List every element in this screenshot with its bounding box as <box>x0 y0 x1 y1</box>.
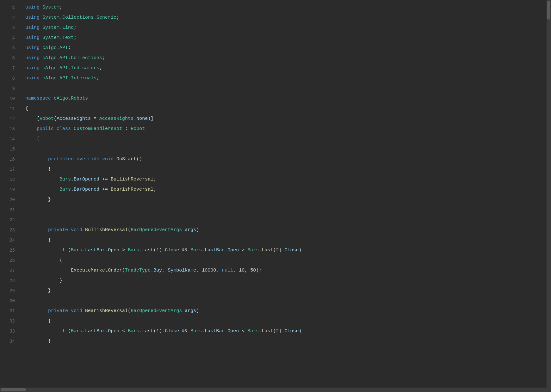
corner-box <box>547 388 551 392</box>
code-line-18: Bars.BarOpened += BullishReversal; <box>19 175 547 185</box>
code-line-16: protected override void OnStart() <box>19 154 547 164</box>
line-number-10: 10 <box>0 94 19 104</box>
code-line-26: { <box>19 255 547 266</box>
code-line-27: ExecuteMarketOrder(TradeType.Buy, Symbol… <box>19 266 547 276</box>
line-number-4: 4 <box>0 33 19 43</box>
horizontal-scrollbar-thumb[interactable] <box>1 388 26 391</box>
code-line-7: using cAlgo.API.Indicators; <box>19 63 547 73</box>
line-number-16: 16 <box>0 154 19 164</box>
line-number-15: 15 <box>0 144 19 154</box>
code-line-5: using cAlgo.API; <box>19 43 547 53</box>
line-number-31: 31 <box>0 306 19 316</box>
line-numbers: 1234567891011121314151617181920212223242… <box>0 0 19 388</box>
line-number-23: 23 <box>0 225 19 235</box>
line-number-13: 13 <box>0 124 19 134</box>
code-line-4: using System.Text; <box>19 33 547 43</box>
line-number-17: 17 <box>0 164 19 175</box>
line-number-2: 2 <box>0 13 19 23</box>
code-line-14: { <box>19 134 547 144</box>
line-number-25: 25 <box>0 245 19 255</box>
line-number-14: 14 <box>0 134 19 144</box>
line-number-24: 24 <box>0 235 19 245</box>
line-number-7: 7 <box>0 63 19 73</box>
code-line-9 <box>19 83 547 94</box>
line-number-30: 30 <box>0 296 19 306</box>
line-number-1: 1 <box>0 3 19 13</box>
code-line-30 <box>19 296 547 306</box>
code-line-6: using cAlgo.API.Collections; <box>19 53 547 63</box>
code-area: 1234567891011121314151617181920212223242… <box>0 0 551 388</box>
code-line-33: if (Bars.LastBar.Open < Bars.Last(1).Clo… <box>19 326 547 336</box>
line-number-19: 19 <box>0 185 19 195</box>
code-line-31: private void BearishReversal(BarOpenedEv… <box>19 306 547 316</box>
vertical-scrollbar-thumb[interactable] <box>547 1 550 20</box>
code-line-28: } <box>19 276 547 286</box>
line-number-34: 34 <box>0 336 19 346</box>
code-line-32: { <box>19 316 547 326</box>
code-line-25: if (Bars.LastBar.Open > Bars.Last(1).Clo… <box>19 245 547 255</box>
bottom-bar <box>0 388 551 392</box>
line-number-5: 5 <box>0 43 19 53</box>
line-number-29: 29 <box>0 286 19 296</box>
code-line-22 <box>19 215 547 225</box>
line-number-8: 8 <box>0 73 19 83</box>
code-line-12: [Robot(AccessRights = AccessRights.None)… <box>19 114 547 124</box>
line-number-26: 26 <box>0 255 19 266</box>
line-number-18: 18 <box>0 175 19 185</box>
line-number-20: 20 <box>0 195 19 205</box>
vertical-scrollbar[interactable] <box>547 0 551 388</box>
code-line-23: private void BullishReversal(BarOpenedEv… <box>19 225 547 235</box>
line-number-6: 6 <box>0 53 19 63</box>
line-number-28: 28 <box>0 276 19 286</box>
code-line-17: { <box>19 164 547 175</box>
line-number-12: 12 <box>0 114 19 124</box>
code-line-19: Bars.BarOpened += BearishReversal; <box>19 185 547 195</box>
code-line-1: using System; <box>19 3 547 13</box>
code-line-3: using System.Linq; <box>19 23 547 33</box>
line-number-9: 9 <box>0 83 19 94</box>
code-line-21 <box>19 205 547 215</box>
line-number-21: 21 <box>0 205 19 215</box>
code-line-20: } <box>19 195 547 205</box>
code-line-8: using cAlgo.API.Internals; <box>19 73 547 83</box>
code-line-10: namespace cAlgo.Robots <box>19 94 547 104</box>
code-line-2: using System.Collections.Generic; <box>19 13 547 23</box>
code-line-13: public class CustomHandlersBot : Robot <box>19 124 547 134</box>
code-line-29: } <box>19 286 547 296</box>
editor-container: 1234567891011121314151617181920212223242… <box>0 0 551 392</box>
code-line-11: { <box>19 104 547 114</box>
line-number-22: 22 <box>0 215 19 225</box>
code-line-15 <box>19 144 547 154</box>
code-content[interactable]: using System;using System.Collections.Ge… <box>19 0 547 388</box>
code-line-34: { <box>19 336 547 346</box>
line-number-32: 32 <box>0 316 19 326</box>
code-line-24: { <box>19 235 547 245</box>
line-number-11: 11 <box>0 104 19 114</box>
line-number-27: 27 <box>0 266 19 276</box>
line-number-3: 3 <box>0 23 19 33</box>
line-number-33: 33 <box>0 326 19 336</box>
horizontal-scrollbar[interactable] <box>0 388 547 392</box>
